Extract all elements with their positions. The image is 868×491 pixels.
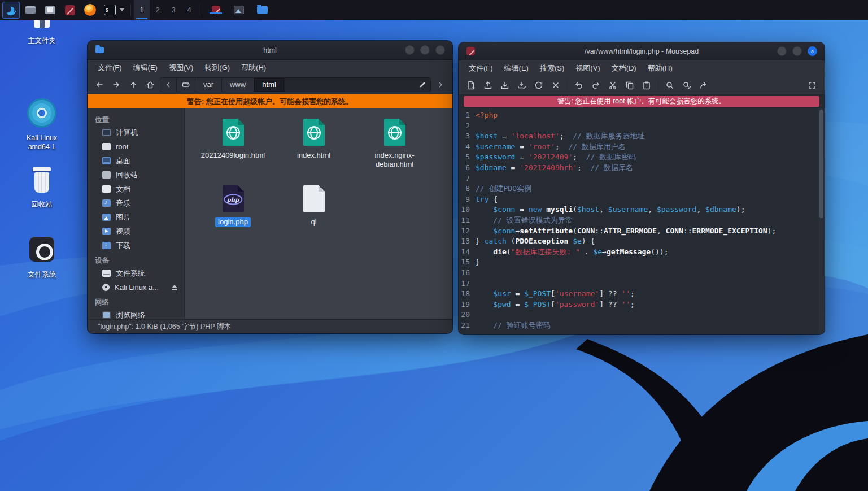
save-as-button[interactable] xyxy=(514,78,530,93)
file-name: 20212409login.html xyxy=(198,150,268,160)
breadcrumb-filesystem-root[interactable] xyxy=(177,78,195,92)
workspace-button[interactable]: 2 xyxy=(150,0,165,20)
sidebar-item[interactable]: 回收站 xyxy=(88,168,184,182)
menu-item[interactable]: 搜索(S) xyxy=(534,62,570,75)
sidebar-item[interactable]: 视频 xyxy=(88,224,184,238)
save-button[interactable] xyxy=(497,78,513,93)
new-file-button[interactable] xyxy=(463,78,479,93)
sidebar-item[interactable]: 音乐 xyxy=(88,196,184,210)
home-icon xyxy=(146,80,155,89)
mousepad-titlebar[interactable]: /var/www/html/login.php - Mousepad × xyxy=(459,42,825,60)
home-button[interactable] xyxy=(143,77,158,92)
fullscreen-button[interactable] xyxy=(804,78,820,93)
breadcrumb-item[interactable]: www xyxy=(222,78,254,92)
undo-button[interactable] xyxy=(571,78,587,93)
menu-item[interactable]: 编辑(E) xyxy=(128,61,163,75)
breadcrumb-item[interactable]: var xyxy=(195,78,222,92)
text-editor[interactable]: 1<?php23$host = 'localhost'; // 数据库服务器地址… xyxy=(459,108,825,334)
pencil-icon xyxy=(418,81,426,89)
sidebar-item-label: 浏览网络 xyxy=(116,310,145,320)
close-button[interactable] xyxy=(435,45,445,55)
copy-icon xyxy=(625,81,634,90)
workspace-button[interactable]: 4 xyxy=(181,0,197,20)
sidebar-item[interactable]: 下载 xyxy=(88,238,184,253)
menu-item[interactable]: 文件(F) xyxy=(463,62,499,75)
up-button[interactable] xyxy=(126,77,141,92)
file-item[interactable]: ql xyxy=(276,182,352,249)
file-item[interactable]: index.nginx-debian.html xyxy=(356,115,433,182)
sidebar-item-label: 下载 xyxy=(116,241,130,251)
copy-button[interactable] xyxy=(622,78,638,93)
menu-item[interactable]: 帮助(H) xyxy=(642,62,678,75)
mousepad-launcher[interactable] xyxy=(63,3,77,18)
desktop-icon[interactable]: 文件系统 xyxy=(15,234,69,280)
path-bar: varwwwhtml xyxy=(160,77,431,92)
workspace-button[interactable]: 1 xyxy=(134,0,150,20)
edit-path-button[interactable] xyxy=(415,78,430,92)
menu-item[interactable]: 文件(F) xyxy=(92,61,128,75)
menu-item[interactable]: 帮助(H) xyxy=(235,61,272,75)
pathbar-scroll-right-button[interactable] xyxy=(433,77,448,92)
taskbar-button-image-viewer[interactable] xyxy=(230,6,248,14)
back-button[interactable] xyxy=(92,77,107,92)
close-button[interactable]: × xyxy=(808,46,817,56)
code-line: 19 $pwd = $_POST['password'] ?? ''; xyxy=(459,299,818,310)
maximize-button[interactable] xyxy=(420,45,430,55)
taskbar-button-mousepad[interactable] xyxy=(207,6,225,14)
menu-item[interactable]: 视图(V) xyxy=(163,61,199,75)
taskbar-button-file-manager[interactable] xyxy=(253,6,271,14)
breadcrumb-item[interactable]: html xyxy=(254,78,285,92)
paste-button[interactable] xyxy=(639,78,655,93)
close-file-button[interactable] xyxy=(548,78,564,93)
sidebar-item[interactable]: 浏览网络 xyxy=(88,308,184,319)
pathbar-scroll-left-button[interactable] xyxy=(160,78,177,92)
root-warning-banner: 警告: 您正在使用 root 帐户。有可能会损害您的系统。 xyxy=(464,96,819,107)
terminal-launcher[interactable] xyxy=(102,3,117,18)
find-replace-button[interactable] xyxy=(679,78,695,93)
file-item[interactable]: login.php xyxy=(195,182,272,249)
reload-button[interactable] xyxy=(531,78,547,93)
sidebar-item[interactable]: 文档 xyxy=(88,182,184,196)
kali-menu-button[interactable] xyxy=(2,2,20,19)
sidebar-item[interactable]: 文件系统 xyxy=(88,266,184,280)
chevron-down-icon[interactable] xyxy=(120,8,124,11)
top-panel: 1 2 3 4 xyxy=(0,0,868,20)
sidebar-item[interactable]: Kali Linux a... xyxy=(88,280,184,294)
firefox-launcher[interactable] xyxy=(82,3,97,18)
forward-button[interactable] xyxy=(109,77,124,92)
maximize-button[interactable] xyxy=(792,46,802,56)
desktop-icon-label: 回收站 xyxy=(28,199,56,210)
sidebar-item[interactable]: 图片 xyxy=(88,210,184,224)
menu-item[interactable]: 转到(G) xyxy=(199,61,235,75)
menu-item[interactable]: 编辑(E) xyxy=(499,62,534,75)
minimize-button[interactable] xyxy=(777,46,787,56)
file-item[interactable]: index.html xyxy=(276,115,352,182)
file-manager-launcher[interactable] xyxy=(43,3,58,18)
scrollbar-thumb[interactable] xyxy=(819,110,823,218)
vertical-scrollbar[interactable] xyxy=(818,108,825,334)
code-line: 16 xyxy=(459,268,818,279)
eject-icon[interactable] xyxy=(171,285,177,290)
desktop-icon[interactable]: 回收站 xyxy=(15,164,69,210)
redo-button[interactable] xyxy=(588,78,604,93)
show-desktop-button[interactable] xyxy=(23,3,38,18)
thunar-window-title: html xyxy=(88,46,452,54)
desktop-icon[interactable]: Kali Linux amd64 1 xyxy=(15,97,69,153)
toolbar-separator xyxy=(567,80,568,91)
open-file-button[interactable] xyxy=(480,78,496,93)
search-icon xyxy=(665,81,674,90)
find-button[interactable] xyxy=(662,78,678,93)
code-area[interactable]: 1<?php23$host = 'localhost'; // 数据库服务器地址… xyxy=(459,108,818,334)
menu-item[interactable]: 文档(D) xyxy=(606,62,642,75)
sidebar-item[interactable]: 桌面 xyxy=(88,154,184,168)
globe-icon xyxy=(307,126,321,140)
minimize-button[interactable] xyxy=(405,45,415,55)
file-item[interactable]: 20212409login.html xyxy=(195,115,272,182)
sidebar-item[interactable]: root xyxy=(88,140,184,154)
go-to-line-button[interactable] xyxy=(696,78,712,93)
cut-button[interactable] xyxy=(605,78,621,93)
workspace-button[interactable]: 3 xyxy=(165,0,181,20)
sidebar-item[interactable]: 计算机 xyxy=(88,125,184,140)
menu-item[interactable]: 视图(V) xyxy=(570,62,605,75)
thunar-titlebar[interactable]: html xyxy=(88,41,452,60)
